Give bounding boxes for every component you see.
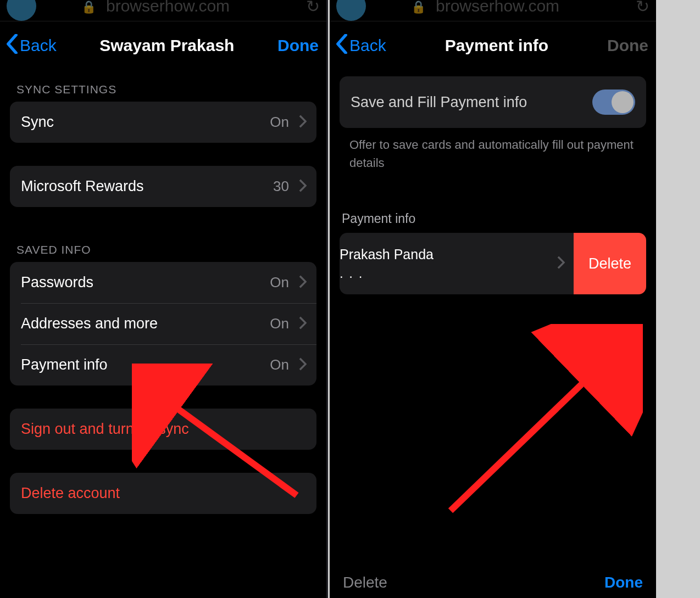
- rewards-group: Microsoft Rewards 30: [10, 166, 316, 207]
- chevron-right-icon: [557, 256, 565, 271]
- page-title: Swayam Prakash: [57, 36, 277, 55]
- signout-group: Sign out and turn off sync: [10, 409, 316, 450]
- page-title: Payment info: [386, 36, 607, 55]
- toggle-knob-icon: [612, 91, 634, 113]
- section-header-payment: Payment info: [340, 172, 646, 233]
- row-sign-out[interactable]: Sign out and turn off sync: [10, 409, 316, 450]
- screenshot-divider: [326, 0, 328, 598]
- done-button[interactable]: Done: [277, 36, 319, 55]
- back-label: Back: [349, 36, 386, 55]
- card-masked: . . .: [340, 264, 557, 283]
- row-sync[interactable]: Sync On: [10, 102, 316, 143]
- delete-swipe-label: Delete: [588, 255, 631, 272]
- chevron-right-icon: [299, 316, 307, 332]
- payment-card-row: Prakash Panda . . . Delete: [340, 233, 646, 294]
- settings-content: SYNC SETTINGS Sync On Microsoft Rewards …: [0, 70, 326, 514]
- sync-group: Sync On: [10, 102, 316, 143]
- chevron-right-icon: [299, 179, 307, 194]
- delete-account-group: Delete account: [10, 473, 316, 514]
- row-addresses[interactable]: Addresses and more On: [10, 303, 316, 344]
- section-header-saved: SAVED INFO: [10, 230, 316, 262]
- row-payment-info[interactable]: Payment info On: [10, 344, 316, 385]
- row-sync-label: Sync: [21, 114, 270, 131]
- settings-sheet: Back Swayam Prakash Done SYNC SETTINGS S…: [0, 21, 326, 598]
- row-rewards-label: Microsoft Rewards: [21, 178, 273, 195]
- payment-content: Save and Fill Payment info Offer to save…: [330, 76, 656, 294]
- delete-swipe-button[interactable]: Delete: [574, 233, 646, 294]
- row-microsoft-rewards[interactable]: Microsoft Rewards 30: [10, 166, 316, 207]
- payment-card-text: Prakash Panda . . .: [340, 245, 557, 283]
- payment-card-cell[interactable]: Prakash Panda . . .: [340, 233, 574, 294]
- bottom-toolbar: Delete Done: [330, 574, 656, 591]
- dim-overlay: [0, 0, 326, 21]
- phone-left: 🔒 browserhow.com ↻ Back Swayam Prakash D…: [0, 0, 326, 598]
- row-payment-value: On: [270, 356, 289, 373]
- row-addresses-value: On: [270, 315, 289, 332]
- row-delete-account[interactable]: Delete account: [10, 473, 316, 514]
- payment-sheet: Back Payment info Done Save and Fill Pay…: [330, 21, 656, 598]
- saved-info-group: Passwords On Addresses and more On Payme…: [10, 262, 316, 385]
- save-fill-description: Offer to save cards and automatically fi…: [340, 128, 646, 172]
- chevron-right-icon: [299, 275, 307, 290]
- toolbar-done-button[interactable]: Done: [604, 574, 643, 591]
- back-button[interactable]: Back: [335, 34, 386, 58]
- back-button[interactable]: Back: [5, 34, 57, 58]
- phone-right: 🔒 browserhow.com ↻ Back Payment info Don…: [330, 0, 656, 598]
- row-sync-value: On: [270, 114, 289, 131]
- chevron-left-icon: [5, 34, 19, 58]
- chevron-right-icon: [299, 357, 307, 373]
- nav-bar: Back Payment info Done: [330, 21, 656, 70]
- chevron-left-icon: [335, 34, 348, 58]
- save-fill-toggle-card: Save and Fill Payment info: [340, 76, 646, 128]
- row-addresses-label: Addresses and more: [21, 315, 270, 332]
- row-delete-account-label: Delete account: [21, 485, 307, 502]
- dim-overlay: [330, 0, 656, 21]
- toolbar-delete-button[interactable]: Delete: [343, 574, 387, 591]
- save-fill-toggle-label: Save and Fill Payment info: [351, 92, 592, 112]
- row-rewards-value: 30: [273, 178, 289, 195]
- row-passwords[interactable]: Passwords On: [10, 262, 316, 303]
- save-fill-toggle[interactable]: [592, 90, 635, 115]
- row-payment-label: Payment info: [21, 356, 270, 373]
- back-label: Back: [20, 36, 57, 55]
- chevron-right-icon: [299, 115, 307, 130]
- row-passwords-label: Passwords: [21, 274, 270, 291]
- done-button[interactable]: Done: [607, 36, 648, 55]
- nav-bar: Back Swayam Prakash Done: [0, 21, 326, 70]
- section-header-sync: SYNC SETTINGS: [10, 70, 316, 102]
- card-name: Prakash Panda: [340, 245, 557, 264]
- row-sign-out-label: Sign out and turn off sync: [21, 421, 307, 438]
- row-passwords-value: On: [270, 274, 289, 291]
